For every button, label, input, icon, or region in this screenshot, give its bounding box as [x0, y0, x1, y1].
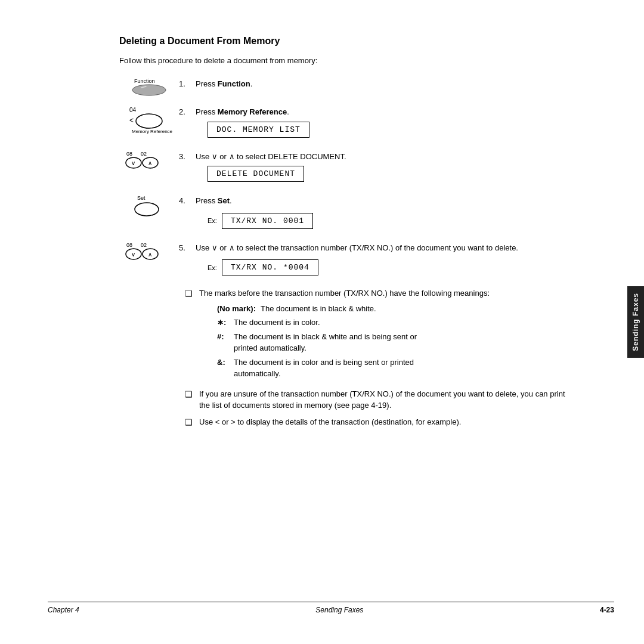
- step-3-text: Use ∨ or ∧ to select DELETE DOCUMENT.: [196, 151, 566, 163]
- mark-row-0: (No mark): The document is in black & wh…: [217, 303, 566, 315]
- sidebar-tab-label: Sending Faxes: [631, 293, 640, 351]
- step-3-number: 3.: [179, 150, 196, 161]
- step-4-ex-row: Ex: TX/RX NO. 0001: [196, 209, 566, 233]
- note-1-bullet: ❑: [185, 287, 194, 300]
- svg-text:Memory Reference: Memory Reference: [132, 129, 173, 134]
- step-5-ex-row: Ex: TX/RX NO. *0004: [196, 256, 566, 279]
- step-5-number: 5.: [179, 241, 196, 252]
- step-1-number: 1.: [179, 77, 196, 88]
- svg-text:08: 08: [126, 242, 132, 248]
- memory-ref-icon: 04 < Memory Reference: [128, 105, 170, 137]
- step-2-icon-col: 04 < Memory Reference: [119, 105, 179, 137]
- set-svg: Set: [131, 194, 167, 216]
- mark-desc-3: The document is in color and is being se…: [234, 357, 566, 380]
- function-svg: Function: [128, 77, 170, 95]
- step-1: Function 1. Press Function.: [119, 77, 566, 97]
- svg-point-5: [136, 114, 162, 128]
- svg-text:02: 02: [141, 242, 147, 248]
- sidebar-tab: Sending Faxes: [627, 286, 644, 358]
- svg-text:<: <: [129, 116, 134, 125]
- mark-row-2: #: The document is in black & white and …: [217, 331, 566, 354]
- note-2-text: If you are unsure of the transaction num…: [199, 388, 566, 411]
- step-4: Set 4. Press Set. Ex: TX/RX NO. 0001: [119, 194, 566, 233]
- step-2-text: Press Memory Reference.: [196, 106, 566, 118]
- page-container: Sending Faxes Deleting a Document From M…: [0, 0, 644, 644]
- note-2: ❑ If you are unsure of the transaction n…: [185, 388, 566, 411]
- note-2-bullet: ❑: [185, 388, 194, 401]
- step-5-lcd: TX/RX NO. *0004: [222, 259, 318, 275]
- svg-text:Set: Set: [137, 195, 145, 201]
- step-2-number: 2.: [179, 105, 196, 116]
- mark-table: (No mark): The document is in black & wh…: [217, 303, 566, 380]
- note-3-bullet: ❑: [185, 416, 194, 429]
- mark-desc-2: The document is in black & white and is …: [234, 331, 566, 354]
- svg-text:∨: ∨: [131, 160, 135, 166]
- note-3: ❑ Use < or > to display the details of t…: [185, 416, 566, 429]
- step-2-content: Press Memory Reference. DOC. MEMORY LIST: [196, 105, 566, 141]
- step-4-ex-label: Ex:: [208, 217, 217, 224]
- footer-chapter: Chapter 4: [48, 606, 79, 614]
- memory-ref-svg: 04 < Memory Reference: [128, 105, 170, 135]
- step-4-content: Press Set. Ex: TX/RX NO. 0001: [196, 194, 566, 233]
- step-3-lcd: DELETE DOCUMENT: [208, 166, 304, 182]
- svg-point-1: [132, 85, 166, 95]
- step-2: 04 < Memory Reference 2. Press Memory Re…: [119, 105, 566, 141]
- svg-text:04: 04: [129, 107, 137, 113]
- step-1-text: Press Function.: [196, 78, 566, 90]
- step-3: 08 02 ∨ ∧ 3. Use ∨ or ∧ to select DELETE…: [119, 150, 566, 186]
- svg-text:∧: ∧: [148, 160, 152, 166]
- note-1-text: The marks before the transaction number …: [199, 287, 566, 383]
- step-1-bold: Function: [218, 79, 250, 88]
- nav-svg-1: 08 02 ∨ ∧: [125, 150, 173, 170]
- page-title: Deleting a Document From Memory: [119, 36, 566, 47]
- step-3-content: Use ∨ or ∧ to select DELETE DOCUMENT. DE…: [196, 150, 566, 186]
- mark-symbol-0: (No mark):: [217, 303, 256, 315]
- step-5-icon-col: 08 02 ∨ ∧: [119, 241, 179, 263]
- mark-desc-1: The document is in color.: [234, 317, 566, 329]
- mark-row-3: &: The document is in color and is being…: [217, 357, 566, 380]
- svg-text:08: 08: [126, 151, 132, 157]
- set-button-icon: Set: [131, 194, 167, 218]
- function-button-icon: Function: [128, 77, 170, 97]
- step-3-icon-col: 08 02 ∨ ∧: [119, 150, 179, 172]
- step-4-icon-col: Set: [119, 194, 179, 218]
- svg-point-14: [135, 203, 159, 216]
- mark-row-1: ∗: The document is in color.: [217, 317, 566, 329]
- step-5-content: Use ∨ or ∧ to select the transaction num…: [196, 241, 566, 280]
- mark-desc-0: The document is in black & white.: [261, 303, 566, 315]
- step-5-text: Use ∨ or ∧ to select the transaction num…: [196, 242, 566, 254]
- step-4-lcd: TX/RX NO. 0001: [222, 213, 313, 229]
- svg-text:∧: ∧: [148, 251, 152, 258]
- step-2-lcd: DOC. MEMORY LIST: [208, 122, 309, 138]
- nav-buttons-icon-2: 08 02 ∨ ∧: [125, 241, 173, 263]
- page-footer: Chapter 4 Sending Faxes 4-23: [48, 602, 614, 614]
- step-5: 08 02 ∨ ∧ 5. Use ∨ or ∧ to select the tr…: [119, 241, 566, 280]
- svg-text:Function: Function: [134, 78, 155, 84]
- step-4-number: 4.: [179, 194, 196, 205]
- step-1-content: Press Function.: [196, 77, 566, 90]
- notes-section: ❑ The marks before the transaction numbe…: [185, 287, 566, 429]
- step-2-bold: Memory Reference: [218, 107, 287, 116]
- step-1-icon-col: Function: [119, 77, 179, 97]
- step-4-bold: Set: [218, 196, 230, 205]
- mark-symbol-1: ∗:: [217, 317, 229, 329]
- step-4-text: Press Set.: [196, 195, 566, 207]
- nav-svg-2: 08 02 ∨ ∧: [125, 241, 173, 261]
- mark-symbol-3: &:: [217, 357, 229, 369]
- note-1: ❑ The marks before the transaction numbe…: [185, 287, 566, 383]
- svg-text:∨: ∨: [131, 251, 135, 258]
- footer-section: Sending Faxes: [315, 606, 363, 614]
- main-content: Deleting a Document From Memory Follow t…: [119, 36, 566, 429]
- nav-buttons-icon-1: 08 02 ∨ ∧: [125, 150, 173, 172]
- footer-page: 4-23: [600, 606, 614, 614]
- mark-symbol-2: #:: [217, 331, 229, 343]
- intro-text: Follow this procedure to delete a docume…: [119, 56, 566, 65]
- step-5-ex-label: Ex:: [208, 264, 217, 271]
- note-3-text: Use < or > to display the details of the…: [199, 416, 566, 428]
- svg-text:02: 02: [141, 151, 147, 157]
